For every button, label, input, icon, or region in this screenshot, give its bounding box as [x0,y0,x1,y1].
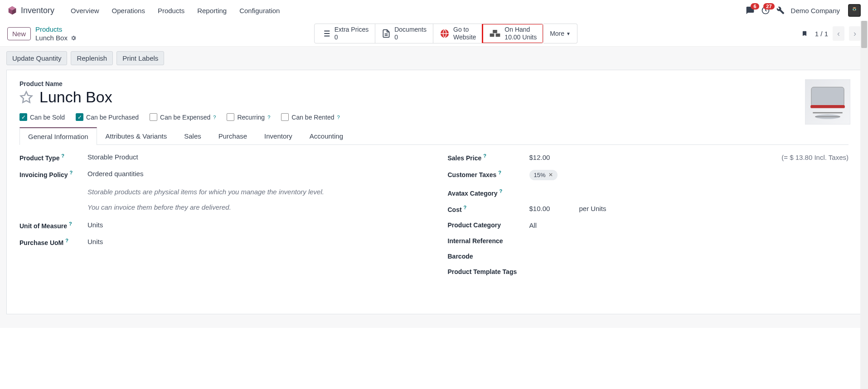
checkbox-row: ✓Can be Sold ✓Can be Purchased Can be Ex… [19,113,849,121]
tax-remove-icon[interactable]: ✕ [548,172,553,178]
print-labels-button[interactable]: Print Labels [116,51,164,65]
tab-sales[interactable]: Sales [175,127,210,144]
avatar-icon [848,4,861,17]
product-name-label: Product Name [19,80,849,87]
tab-accounting[interactable]: Accounting [301,127,352,144]
menu-products[interactable]: Products [151,5,191,16]
help-icon[interactable]: ? [65,238,68,243]
field-barcode: Barcode [448,253,849,260]
control-bar: New Products Lunch Box Extra Prices0 Doc… [0,21,868,46]
user-avatar[interactable] [848,4,861,17]
avatax-label: Avatax Category [448,189,498,197]
company-switcher[interactable]: Demo Company [791,7,840,14]
scrollbar-thumb[interactable] [861,21,867,48]
help-icon[interactable]: ? [337,115,339,120]
stat-buttons: Extra Prices0 Documents0 Go toWebsite On… [314,24,543,43]
product-type-value[interactable]: Storable Product [87,153,138,161]
menu-operations[interactable]: Operations [106,5,151,16]
barcode-label: Barcode [448,253,529,260]
customer-taxes-value[interactable]: 15%✕ [529,170,558,180]
purchase-uom-label: Purchase UoM [19,239,63,246]
bookmark-icon[interactable] [801,29,808,38]
app-title[interactable]: Inventory [21,6,54,15]
favorite-star-icon[interactable] [19,91,33,104]
help-icon[interactable]: ? [267,115,270,120]
sales-price-value[interactable]: $12.00 [529,154,550,161]
right-column: Sales Price ? $12.00 (= $ 13.80 Incl. Ta… [448,153,849,283]
menu-overview[interactable]: Overview [64,5,106,16]
stat-documents-label: Documents [394,26,427,34]
check-can-be-rented[interactable]: Can be Rented ? [281,113,339,121]
tab-attributes-variants[interactable]: Attributes & Variants [97,127,176,144]
help-icon[interactable]: ? [69,221,72,226]
tab-inventory[interactable]: Inventory [256,127,301,144]
tools-icon[interactable] [776,6,785,14]
svg-rect-22 [810,105,845,108]
messages-badge: 6 [751,3,759,10]
cost-per: per Units [579,205,606,212]
more-button[interactable]: More ▼ [543,24,577,43]
pager-prev[interactable]: ‹ [833,26,844,41]
tab-general-information[interactable]: General Information [19,127,97,145]
check-can-be-purchased[interactable]: ✓Can be Purchased [76,113,139,121]
menu-reporting[interactable]: Reporting [191,5,233,16]
tab-purchase[interactable]: Purchase [210,127,256,144]
stat-documents[interactable]: Documents0 [375,24,433,43]
purchase-uom-value[interactable]: Units [87,238,103,245]
messages-icon[interactable]: 6 [746,6,755,15]
check-can-be-sold[interactable]: ✓Can be Sold [19,113,65,121]
activities-badge: 27 [763,3,774,10]
scrollbar[interactable] [860,21,868,328]
checkbox-icon [150,113,157,121]
stat-website-line1: Go to [453,26,476,34]
field-invoicing-policy: Invoicing Policy ? Ordered quantities [19,170,421,178]
uom-value[interactable]: Units [87,221,103,229]
svg-rect-19 [490,34,495,37]
product-image[interactable] [805,79,850,125]
stat-extra-prices[interactable]: Extra Prices0 [315,24,375,43]
update-quantity-button[interactable]: Update Quantity [6,51,67,65]
breadcrumb-current-label: Lunch Box [35,34,68,43]
field-product-type: Product Type ? Storable Product [19,153,421,162]
product-name[interactable]: Lunch Box [39,88,112,106]
invoicing-policy-value[interactable]: Ordered quantities [87,170,143,178]
check-recurring[interactable]: Recurring ? [227,113,270,121]
pager-next[interactable]: › [849,26,861,41]
help-icon[interactable]: ? [483,153,486,158]
new-button[interactable]: New [7,27,31,40]
menu-configuration[interactable]: Configuration [233,5,286,16]
svg-rect-7 [853,9,854,10]
help-icon[interactable]: ? [498,170,501,175]
help-icon[interactable]: ? [213,115,216,120]
help-icon[interactable]: ? [499,188,502,194]
cost-value[interactable]: $10.00 [529,205,579,212]
check-recurring-label: Recurring [237,114,265,121]
stat-on-hand[interactable]: On Hand10.00 Units [483,24,543,43]
customer-taxes-label: Customer Taxes [448,171,497,178]
field-purchase-uom: Purchase UoM ? Units [19,238,421,246]
sales-price-incl: (= $ 13.80 Incl. Taxes) [781,154,849,161]
stat-goto-website[interactable]: Go toWebsite [433,24,483,43]
more-label: More [550,30,564,37]
field-cost: Cost ? $10.00 per Units [448,205,849,213]
replenish-button[interactable]: Replenish [71,51,113,65]
breadcrumb-parent[interactable]: Products [35,25,77,34]
check-purchased-label: Can be Purchased [86,114,139,121]
stat-documents-value: 0 [394,34,427,41]
help-icon[interactable]: ? [464,205,467,210]
activities-icon[interactable]: 27 [761,6,770,15]
uom-label: Unit of Measure [19,222,67,230]
top-navbar: Inventory Overview Operations Products R… [0,0,868,21]
pager-text[interactable]: 1 / 1 [815,30,828,38]
left-column: Product Type ? Storable Product Invoicin… [19,153,421,283]
help-icon[interactable]: ? [61,153,64,158]
app-logo-icon[interactable] [7,5,17,15]
tax-tag[interactable]: 15%✕ [529,170,558,180]
svg-rect-8 [855,9,856,10]
category-value[interactable]: All [529,221,537,229]
field-sales-price: Sales Price ? $12.00 (= $ 13.80 Incl. Ta… [448,153,849,162]
svg-marker-26 [21,91,32,102]
gear-icon[interactable] [70,35,77,41]
check-can-be-expensed[interactable]: Can be Expensed ? [150,113,216,121]
help-icon[interactable]: ? [69,170,73,175]
